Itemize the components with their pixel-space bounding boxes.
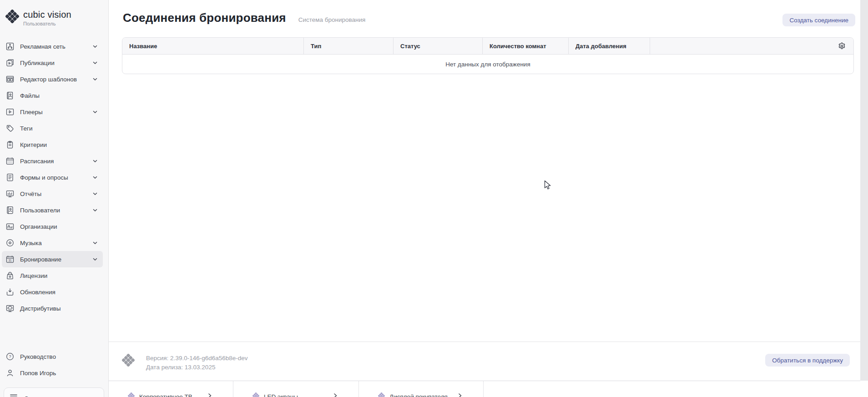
sidebar-item-label: Пользователи (20, 207, 60, 214)
sidebar-item-schedules[interactable]: Расписания (2, 153, 103, 169)
sidebar-collapse-button[interactable]: Свернуть (4, 387, 104, 397)
page-header: Соединения бронирования Система брониров… (123, 11, 365, 25)
sidebar-item-label: Плееры (20, 109, 43, 116)
chevron-down-icon (92, 240, 98, 246)
sidebar-footer-menu: ? Руководство Попов Игорь (0, 348, 108, 381)
sidebar-item-tags[interactable]: Теги (2, 120, 103, 136)
chevron-down-icon (92, 207, 98, 213)
sidebar-item-help[interactable]: ? Руководство (2, 348, 103, 365)
sidebar-item-organizations[interactable]: Организации (2, 218, 103, 235)
sidebar-item-label: Лицензии (20, 272, 47, 279)
brand-subtitle: Пользователь (23, 21, 71, 26)
scrollbar-track[interactable] (860, 0, 868, 381)
column-header-actions (650, 38, 853, 54)
sidebar-item-players[interactable]: Плееры (2, 104, 103, 120)
mouse-cursor (544, 180, 552, 191)
sidebar-item-updates[interactable]: Обновления (2, 284, 103, 300)
files-icon (5, 90, 15, 101)
collapse-label: Свернуть (24, 395, 51, 397)
sidebar-item-label: Публикации (20, 60, 55, 66)
sidebar-item-users[interactable]: Пользователи (2, 202, 103, 218)
chevron-down-icon (92, 76, 98, 82)
sidebar-item-files[interactable]: Файлы (2, 87, 103, 104)
sidebar-item-label: Попов Игорь (20, 370, 56, 377)
sidebar-item-music[interactable]: Музыка (2, 235, 103, 251)
bottom-card[interactable]: LED экраны (233, 381, 359, 397)
help-icon: ? (5, 352, 15, 362)
card-label: Корпоративное ТВ (139, 393, 192, 397)
music-icon (5, 238, 15, 248)
sidebar-item-template-editor[interactable]: Редактор шаблонов (2, 71, 103, 87)
footer-logo-icon (122, 354, 135, 368)
column-header-date-added: Дата добавления (569, 38, 650, 54)
sidebar-item-label: Бронирование (20, 256, 61, 263)
chevron-down-icon (92, 158, 98, 164)
svg-text:31: 31 (8, 259, 12, 262)
tags-icon (5, 123, 15, 133)
sidebar-item-label: Формы и опросы (20, 174, 68, 181)
sidebar-item-label: Дистрибутивы (20, 305, 61, 312)
column-header-type: Тип (304, 38, 394, 54)
criteria-icon (5, 140, 15, 150)
sidebar-item-label: Редактор шаблонов (20, 76, 77, 83)
sidebar-item-ad-network[interactable]: Рекламная сеть (2, 38, 103, 55)
chevron-down-icon (92, 174, 98, 181)
users-icon (5, 205, 15, 215)
sidebar-item-forms[interactable]: Формы и опросы (2, 169, 103, 186)
column-header-name: Название (122, 38, 304, 54)
create-connection-button[interactable]: Создать соединение (782, 14, 855, 26)
players-icon (5, 107, 15, 117)
chevron-right-icon (457, 392, 463, 397)
sidebar-item-label: Расписания (20, 158, 54, 165)
bottom-card[interactable]: Дисплей покупателя (359, 381, 484, 397)
forms-icon (5, 172, 15, 182)
column-header-status: Статус (394, 38, 483, 54)
licenses-icon (5, 271, 15, 281)
publications-icon (5, 58, 15, 68)
sidebar-item-distributions[interactable]: Дистрибутивы (2, 300, 103, 317)
sidebar-item-user[interactable]: Попов Игорь (2, 365, 103, 381)
table-header-row: Название Тип Статус Количество комнат Да… (122, 38, 853, 55)
updates-icon (5, 287, 15, 297)
sidebar-item-label: Обновления (20, 289, 56, 296)
table-empty-state: Нет данных для отображения (122, 55, 853, 74)
card-logo-icon (128, 392, 135, 397)
distributions-icon (5, 303, 15, 313)
table-settings-gear-icon[interactable] (836, 40, 847, 51)
card-label: LED экраны (264, 393, 298, 397)
contact-support-button[interactable]: Обратиться в поддержку (765, 354, 850, 367)
card-logo-icon (252, 392, 259, 397)
sidebar-item-booking[interactable]: 31 Бронирование (2, 251, 103, 267)
bottom-card[interactable]: Корпоративное ТВ (109, 381, 233, 397)
chevron-down-icon (92, 60, 98, 66)
version-text: Версия: 2.39.0-146-g6d6a56b8e-dev (146, 354, 248, 363)
sidebar-item-publications[interactable]: Публикации (2, 55, 103, 71)
organizations-icon (5, 221, 15, 231)
sidebar-item-licenses[interactable]: Лицензии (2, 267, 103, 284)
brand-name: cubic vision (23, 10, 71, 20)
reports-icon (5, 189, 15, 199)
card-logo-icon (378, 392, 385, 397)
version-footer: Версия: 2.39.0-146-g6d6a56b8e-dev Дата р… (109, 342, 868, 381)
chevron-down-icon (92, 43, 98, 50)
sidebar-item-label: Теги (20, 125, 32, 132)
chevron-down-icon (92, 256, 98, 262)
sidebar-item-label: Отчёты (20, 191, 41, 197)
sidebar-item-label: Руководство (20, 353, 56, 360)
chevron-right-icon (207, 392, 213, 397)
breadcrumb[interactable]: Система бронирования (298, 16, 366, 23)
sidebar-item-reports[interactable]: Отчёты (2, 186, 103, 202)
sidebar-item-criteria[interactable]: Критерии (2, 136, 103, 153)
sidebar-menu: Рекламная сеть Публикации Редактор шабло… (0, 38, 108, 317)
chevron-down-icon (92, 109, 98, 115)
sidebar: cubic vision Пользователь Рекламная сеть… (0, 0, 109, 397)
booking-icon: 31 (5, 254, 15, 264)
page-title: Соединения бронирования (123, 11, 286, 25)
menu-burger-icon (9, 392, 18, 397)
sidebar-item-label: Критерии (20, 141, 47, 148)
svg-text:?: ? (9, 354, 11, 359)
user-icon (5, 368, 15, 378)
template-editor-icon (5, 74, 15, 84)
sidebar-item-label: Музыка (20, 240, 42, 246)
cubic-vision-logo-icon (5, 10, 19, 25)
